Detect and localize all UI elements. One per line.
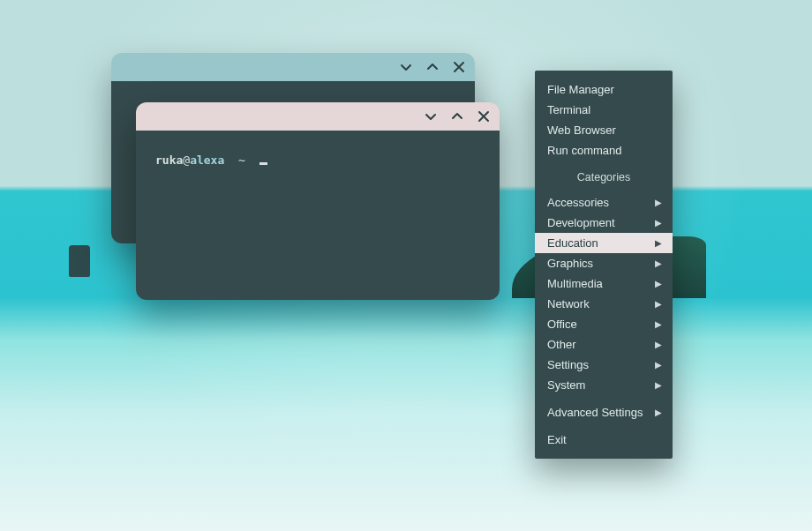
menu-item-label: Development bbox=[547, 216, 615, 230]
app-menu[interactable]: File Manager Terminal Web Browser Run co… bbox=[535, 71, 673, 459]
chevron-right-icon: ▶ bbox=[655, 340, 662, 350]
terminal-prompt: ruka@alexa ~ bbox=[155, 153, 480, 167]
close-icon[interactable] bbox=[477, 109, 491, 123]
chevron-right-icon: ▶ bbox=[655, 198, 662, 208]
menu-separator bbox=[535, 395, 673, 402]
chevron-right-icon: ▶ bbox=[655, 258, 662, 269]
terminal-cursor bbox=[259, 162, 267, 165]
menu-cat-system[interactable]: System ▶ bbox=[535, 375, 673, 395]
menu-item-label: Web Browser bbox=[547, 123, 616, 138]
menu-item-label: Exit bbox=[547, 433, 567, 447]
wallpaper-rock bbox=[69, 245, 90, 277]
menu-item-label: Run command bbox=[547, 144, 622, 158]
menu-item-label: Other bbox=[547, 338, 576, 352]
menu-item-exit[interactable]: Exit bbox=[535, 430, 673, 450]
menu-item-run-command[interactable]: Run command bbox=[535, 140, 673, 161]
menu-cat-network[interactable]: Network ▶ bbox=[535, 294, 673, 314]
minimize-icon[interactable] bbox=[424, 109, 438, 123]
chevron-right-icon: ▶ bbox=[655, 238, 662, 249]
maximize-icon[interactable] bbox=[425, 60, 440, 74]
chevron-right-icon: ▶ bbox=[655, 360, 662, 370]
titlebar-front[interactable] bbox=[136, 102, 500, 131]
terminal-body[interactable]: ruka@alexa ~ bbox=[136, 131, 500, 300]
menu-item-label: Settings bbox=[547, 358, 589, 372]
menu-cat-graphics[interactable]: Graphics ▶ bbox=[535, 253, 673, 273]
menu-cat-accessories[interactable]: Accessories ▶ bbox=[535, 192, 673, 213]
menu-item-label: Education bbox=[547, 236, 598, 251]
menu-cat-office[interactable]: Office ▶ bbox=[535, 314, 673, 334]
close-icon[interactable] bbox=[452, 60, 466, 74]
menu-section-categories: Categories bbox=[535, 161, 673, 192]
chevron-right-icon: ▶ bbox=[655, 299, 662, 310]
menu-cat-multimedia[interactable]: Multimedia ▶ bbox=[535, 273, 673, 294]
menu-item-label: Office bbox=[547, 318, 577, 332]
menu-item-label: Graphics bbox=[547, 257, 593, 271]
terminal-user: ruka bbox=[155, 153, 183, 167]
menu-separator bbox=[535, 423, 673, 430]
chevron-right-icon: ▶ bbox=[655, 408, 662, 418]
menu-cat-education[interactable]: Education ▶ bbox=[535, 233, 673, 253]
menu-item-file-manager[interactable]: File Manager bbox=[535, 79, 673, 100]
menu-cat-other[interactable]: Other ▶ bbox=[535, 334, 673, 355]
menu-item-label: File Manager bbox=[547, 83, 614, 97]
terminal-window-front[interactable]: ruka@alexa ~ bbox=[136, 102, 500, 300]
menu-item-advanced-settings[interactable]: Advanced Settings ▶ bbox=[535, 402, 673, 423]
menu-cat-settings[interactable]: Settings ▶ bbox=[535, 355, 673, 375]
menu-item-label: Accessories bbox=[547, 196, 609, 210]
menu-item-label: Multimedia bbox=[547, 277, 603, 291]
chevron-right-icon: ▶ bbox=[655, 319, 662, 330]
menu-item-label: System bbox=[547, 378, 585, 393]
menu-item-web-browser[interactable]: Web Browser bbox=[535, 120, 673, 140]
chevron-right-icon: ▶ bbox=[655, 380, 662, 391]
chevron-right-icon: ▶ bbox=[655, 279, 662, 289]
menu-item-terminal[interactable]: Terminal bbox=[535, 100, 673, 120]
menu-item-label: Terminal bbox=[547, 103, 590, 117]
menu-item-label: Advanced Settings bbox=[547, 406, 643, 420]
terminal-cwd: ~ bbox=[231, 153, 249, 167]
menu-cat-development[interactable]: Development ▶ bbox=[535, 213, 673, 233]
maximize-icon[interactable] bbox=[450, 109, 464, 123]
minimize-icon[interactable] bbox=[399, 60, 413, 74]
chevron-right-icon: ▶ bbox=[655, 218, 662, 228]
titlebar-back[interactable] bbox=[111, 53, 475, 81]
menu-item-label: Network bbox=[547, 297, 590, 311]
terminal-host: alexa bbox=[190, 153, 224, 167]
terminal-at: @ bbox=[183, 153, 190, 167]
